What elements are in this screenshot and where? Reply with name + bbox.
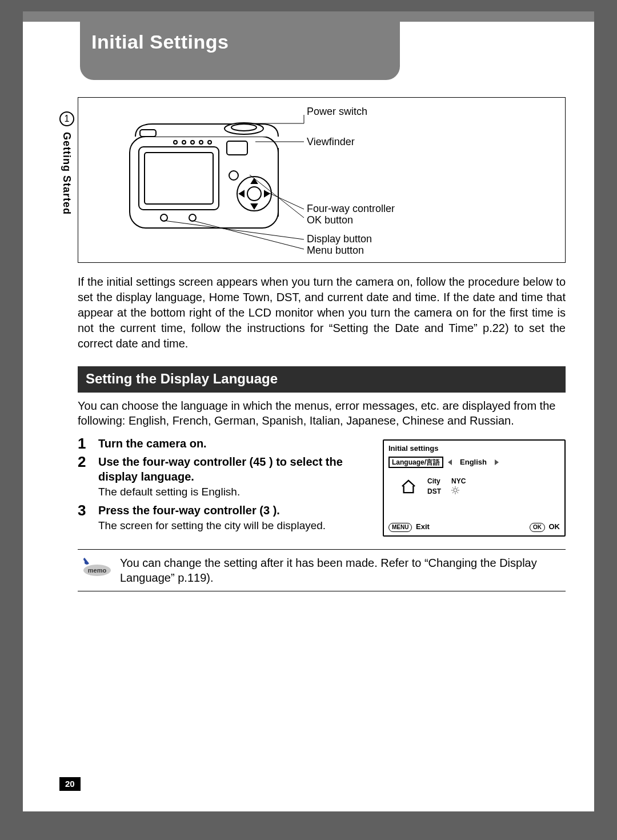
intro-paragraph: If the initial settings screen appears w… (78, 274, 566, 351)
step-number: 2 (78, 454, 98, 499)
steps-list: 1 Turn the camera on. 2 Use the four-way… (78, 436, 366, 537)
menu-button-icon: MENU (388, 523, 412, 532)
home-icon (400, 479, 417, 494)
step-note: The default setting is English. (98, 485, 366, 499)
lcd-menu-exit: MENU Exit (388, 522, 430, 532)
callout-display-button: Display button (307, 234, 372, 245)
lcd-language-row: Language/言語 English (388, 457, 560, 468)
lcd-language-label: Language/言語 (388, 457, 443, 468)
steps-and-lcd: 1 Turn the camera on. 2 Use the four-way… (78, 436, 566, 537)
camera-diagram: Power switch Viewfinder Four-way control… (78, 97, 566, 263)
step-1: 1 Turn the camera on. (78, 436, 366, 451)
lcd-ok: OK OK (530, 522, 560, 532)
section-heading: Setting the Display Language (78, 366, 566, 393)
ok-button-icon: OK (530, 523, 545, 532)
lcd-city-label: City (427, 476, 441, 486)
left-arrow-icon (448, 459, 452, 465)
callout-four-way: Four-way controller (307, 203, 395, 215)
svg-line-24 (457, 492, 458, 493)
step-note: The screen for setting the city will be … (98, 519, 366, 533)
step-number: 3 (78, 503, 98, 533)
step-title: Turn the camera on. (98, 436, 366, 451)
lcd-mockup: Initial settings Language/言語 English Cit… (383, 439, 566, 537)
chapter-label: Getting Started (61, 132, 73, 215)
lcd-city-value: NYC (451, 476, 466, 486)
lcd-field-values: NYC (451, 476, 466, 497)
page-title: Initial Settings (91, 31, 229, 53)
lcd-field-labels: City DST (427, 476, 441, 497)
page-title-tab: Initial Settings (80, 11, 400, 80)
svg-text:memo: memo (88, 567, 107, 574)
chapter-number: 1 (59, 111, 74, 126)
lcd-language-value: English (460, 458, 487, 467)
side-rail: 1 Getting Started (59, 111, 74, 215)
content: Power switch Viewfinder Four-way control… (78, 11, 566, 591)
memo-text: You can change the setting after it has … (120, 555, 563, 585)
step-3: 3 Press the four-way controller (3 ). Th… (78, 503, 366, 533)
ok-label: OK (549, 522, 560, 531)
sun-icon (451, 486, 459, 494)
section-intro: You can choose the language in which the… (78, 398, 566, 428)
lcd-dst-value (451, 486, 466, 497)
right-arrow-icon (495, 459, 499, 465)
exit-label: Exit (416, 522, 430, 531)
svg-line-25 (457, 487, 458, 489)
step-2: 2 Use the four-way controller (45 ) to s… (78, 454, 366, 499)
callout-ok-button: OK button (307, 215, 353, 226)
svg-line-26 (452, 492, 454, 493)
memo-icon: memo (80, 555, 112, 579)
callout-menu-button: Menu button (307, 245, 364, 257)
step-title: Press the four-way controller (3 ). (98, 503, 366, 518)
lcd-title: Initial settings (388, 444, 560, 453)
manual-page: Initial Settings 1 Getting Started (23, 11, 594, 811)
step-title: Use the four-way controller (45 ) to sel… (98, 454, 366, 484)
svg-line-23 (452, 487, 454, 489)
memo-block: memo You can change the setting after it… (78, 549, 566, 591)
step-number: 1 (78, 436, 98, 451)
callout-power-switch: Power switch (307, 106, 367, 118)
lcd-city-dst: City DST NYC (400, 476, 560, 497)
page-number: 20 (59, 777, 81, 791)
lcd-footer: MENU Exit OK OK (388, 522, 560, 532)
lcd-dst-label: DST (427, 486, 441, 497)
callout-viewfinder: Viewfinder (307, 137, 355, 148)
svg-point-18 (454, 489, 457, 492)
